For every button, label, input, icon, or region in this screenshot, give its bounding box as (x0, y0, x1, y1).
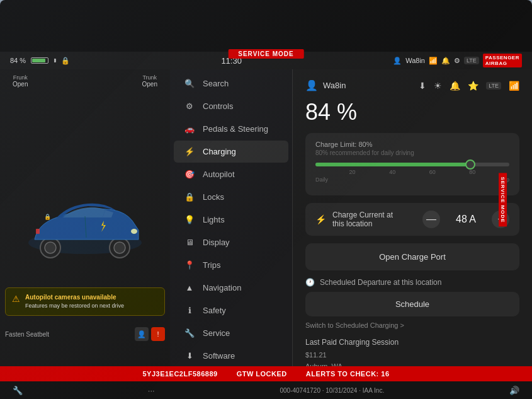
battery-percentage-display: 84 % (305, 99, 519, 125)
bell-icon: 🔔 (441, 57, 450, 65)
status-right: 👤 Wa8in 📶 🔔 ⚙ LTE PASSENGERAIRBAG (393, 54, 522, 67)
sidebar-item-locks[interactable]: 🔒 Locks (174, 186, 288, 208)
alerts-label: ALERTS TO CHECK: 16 (306, 370, 390, 378)
wifi-header-icon: 📶 (509, 81, 519, 91)
taskbar-wrench-icon[interactable]: 🔧 (13, 386, 23, 395)
charge-limit-label: Charge Limit: 80% (315, 141, 509, 148)
service-mode-bar: SERVICE MODE (228, 49, 304, 59)
sidebar-item-lights[interactable]: 💡 Lights (174, 209, 288, 231)
tick-40: 40 (389, 169, 395, 175)
charge-control: — 48 A + (422, 211, 509, 228)
frunk-status: Open (13, 81, 28, 88)
charge-current-label: ⚡ Charge Current atthis location (315, 211, 393, 228)
charging-icon: ⚡ (184, 147, 195, 156)
sidebar-item-controls[interactable]: ⚙ Controls (174, 95, 288, 117)
slider-thumb[interactable] (465, 159, 475, 170)
lock-icon: 🔒 (61, 57, 70, 65)
sidebar-item-label-locks: Locks (203, 192, 224, 202)
sidebar-item-search[interactable]: 🔍 Search (174, 72, 288, 95)
taskbar-right: 🔊 (509, 386, 519, 395)
search-icon: 🔍 (184, 79, 195, 88)
open-charge-port-button[interactable]: Open Charge Port (305, 243, 519, 270)
sidebar-item-pedals[interactable]: 🚗 Pedals & Steering (174, 118, 288, 140)
settings-icon: ⚙ (454, 57, 460, 65)
alert-box: ⚠ Autopilot cameras unavailable Features… (5, 287, 165, 316)
user-section: 👤 Wa8in (305, 79, 346, 91)
vin-label: 5YJ3E1EC2LF586889 (142, 370, 217, 378)
alert-text: Autopilot cameras unavailable Features m… (25, 293, 124, 310)
lte-badge: LTE (464, 57, 479, 64)
sidebar-item-label-software: Software (203, 351, 235, 361)
slider-fill (315, 163, 470, 166)
charge-limit-card: Charge Limit: 80% 80% recommended for da… (305, 133, 519, 195)
sun-icon[interactable]: ☀ (434, 81, 442, 91)
seatbelt-btn-1[interactable]: 👤 (135, 327, 149, 341)
scheduled-departure-label: Scheduled Departure at this location (320, 278, 441, 287)
service-icon: 🔧 (184, 328, 195, 338)
display-icon: 🖥 (184, 238, 195, 247)
sidebar-item-label-service: Service (203, 328, 230, 338)
sidebar-item-display[interactable]: 🖥 Display (174, 231, 288, 253)
last-paid-session: Last Paid Charging Session $11.21 Auburn… (305, 337, 519, 366)
gtw-label: GTW LOCKED (237, 370, 287, 378)
status-user: Wa8in (405, 57, 425, 64)
last-session-amount: $11.21 (305, 350, 519, 361)
user-icon-status: 👤 (393, 57, 402, 65)
seatbelt-btn-2[interactable]: ! (151, 327, 165, 341)
sidebar-item-label-navigation: Navigation (203, 283, 241, 292)
charge-decrease-button[interactable]: — (422, 211, 440, 228)
service-mode-side-label: SERVICE MODE (499, 173, 507, 226)
user-name: Wa8in (323, 81, 346, 90)
tick-80: 80 (469, 169, 475, 175)
taskbar-volume-icon[interactable]: 🔊 (509, 386, 519, 395)
svg-point-6 (131, 229, 137, 234)
daily-label: Daily (315, 176, 328, 183)
taskbar-dots-icon[interactable]: ··· (148, 386, 155, 395)
locks-icon: 🔒 (184, 192, 195, 202)
star-icon[interactable]: ⭐ (468, 81, 478, 91)
sidebar-item-label-autopilot: Autopilot (203, 170, 235, 179)
battery-tip (54, 59, 56, 62)
scheduled-departure-section: 🕐 Scheduled Departure at this location S… (305, 278, 519, 329)
sidebar-item-autopilot[interactable]: 🎯 Autopilot (174, 163, 288, 185)
bell-header-icon[interactable]: 🔔 (450, 81, 460, 91)
sidebar-item-trips[interactable]: 📍 Trips (174, 254, 288, 276)
autopilot-icon: 🎯 (184, 170, 195, 179)
side-nav: 🔍 Search ⚙ Controls 🚗 Pedals & Steering … (170, 69, 293, 366)
safety-icon: ℹ (184, 306, 195, 315)
main-area: Frunk Open Trunk Open (0, 69, 532, 366)
charge-current-value: 48 A (450, 214, 482, 225)
car-svg: 🔒 (22, 186, 148, 268)
lights-icon: 💡 (184, 215, 195, 224)
sidebar-item-safety[interactable]: ℹ Safety (174, 299, 288, 321)
battery-percent-label: 84 % (10, 57, 26, 64)
status-left: 84 % 🔒 (10, 57, 70, 65)
switch-to-scheduled-link[interactable]: Switch to Scheduled Charging > (305, 321, 519, 329)
seatbelt-label: Fasten Seatbelt (5, 331, 49, 338)
sidebar-item-label-trips: Trips (203, 260, 220, 270)
sidebar-item-software[interactable]: ⬇ Software (174, 345, 288, 366)
frunk-label: Frunk Open (13, 74, 28, 88)
svg-point-4 (114, 242, 125, 253)
sidebar-item-charging[interactable]: ⚡ Charging (174, 141, 288, 163)
sidebar-item-label-search: Search (203, 79, 229, 88)
svg-text:🔒: 🔒 (44, 213, 52, 221)
car-visualization: 🔒 (0, 88, 170, 366)
download-icon[interactable]: ⬇ (419, 81, 426, 91)
trips-icon: 📍 (184, 260, 195, 270)
battery-bar-icon (31, 57, 48, 64)
slider-track (315, 163, 509, 166)
car-labels: Frunk Open Trunk Open (0, 69, 170, 88)
charge-bolt-icon: ⚡ (315, 214, 326, 224)
content-header: 👤 Wa8in ⬇ ☀ 🔔 ⭐ LTE 📶 (305, 79, 519, 91)
trunk-status: Open (142, 81, 157, 88)
sidebar-item-label-charging: Charging (203, 147, 236, 156)
charge-slider-container[interactable]: 20 40 60 80 Daily Trip (315, 163, 509, 183)
alert-title: Autopilot cameras unavailable (25, 294, 116, 301)
alert-subtitle: Features may be restored on next drive (25, 303, 124, 309)
sidebar-item-service[interactable]: 🔧 Service (174, 322, 288, 344)
sidebar-item-navigation[interactable]: ▲ Navigation (174, 277, 288, 299)
sidebar-item-label-pedals: Pedals & Steering (203, 124, 268, 134)
last-session-title: Last Paid Charging Session (305, 337, 519, 349)
schedule-button[interactable]: Schedule (305, 292, 519, 316)
